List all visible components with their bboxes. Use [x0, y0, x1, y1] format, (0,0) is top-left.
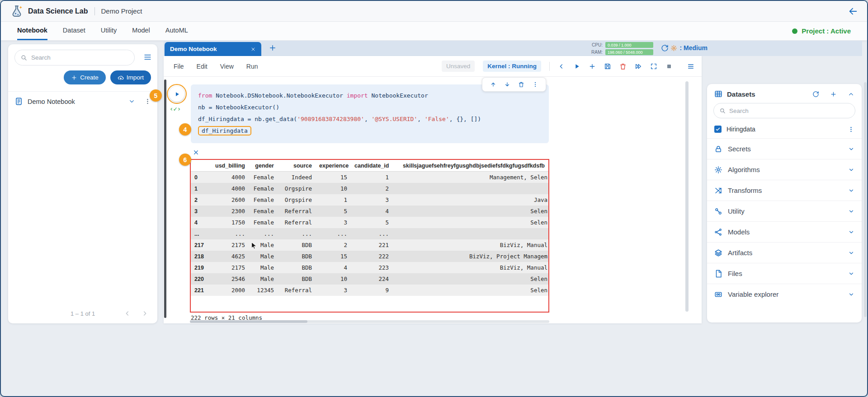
notebook-vertical-scrollbar[interactable]	[685, 81, 689, 312]
sidebar-section-artifacts[interactable]: Artifacts	[707, 242, 862, 263]
notebook-item-options-icon[interactable]	[144, 98, 151, 105]
stop-kernel-icon[interactable]	[665, 63, 673, 70]
table-cell: Referral	[278, 217, 316, 228]
create-button[interactable]: Create	[64, 70, 106, 84]
notebook-search-input[interactable]: Search	[14, 50, 135, 65]
sidebar-section-files[interactable]: Files	[707, 263, 862, 284]
annotation-step-4: 4	[179, 123, 191, 135]
table-row: 22600FemaleOrgspire13Java	[191, 194, 548, 206]
dataset-item-label: Hiringdata	[726, 126, 843, 133]
table-cell: 222	[351, 251, 392, 262]
table-cell: Referral	[278, 206, 316, 217]
output-horizontal-scrollbar[interactable]	[190, 320, 549, 323]
menu-file[interactable]: File	[174, 63, 184, 70]
tab-utility[interactable]: Utility	[101, 22, 117, 40]
dataset-search-input[interactable]: Search	[713, 103, 855, 118]
back-arrow-icon[interactable]	[848, 6, 858, 16]
dataset-options-icon[interactable]	[848, 126, 854, 133]
code-token: ,	[364, 116, 372, 122]
table-row: 04000FemaleIndeed151Management, Selen	[191, 172, 548, 183]
table-cell	[392, 183, 548, 194]
fullscreen-icon[interactable]	[650, 63, 657, 70]
tab-automl[interactable]: AutoML	[165, 22, 188, 40]
dataset-checkbox[interactable]	[714, 126, 722, 133]
import-button[interactable]: Import	[110, 70, 151, 84]
menu-run[interactable]: Run	[246, 63, 258, 70]
sidebar-section-models[interactable]: Models	[707, 221, 862, 242]
variable-explorer-icon	[714, 290, 722, 299]
datasets-icon	[714, 90, 722, 98]
chevron-down-icon	[848, 229, 854, 235]
resource-level[interactable]: : Medium	[670, 44, 708, 51]
code-cell[interactable]: from Notebook.DSNotebook.NotebookExecuto…	[191, 84, 549, 143]
close-output-icon[interactable]	[193, 149, 199, 156]
dataset-list-item[interactable]: Hiringdata	[707, 123, 862, 138]
resources-panel: Datasets Search Hiringdata Secrets Algor…	[707, 84, 862, 322]
run-all-icon[interactable]	[635, 63, 642, 70]
notebook-menu-icon[interactable]	[687, 63, 694, 70]
column-header: source	[278, 160, 316, 172]
notebook-list-item[interactable]: Demo Notebook	[8, 91, 157, 111]
cell-gutter-scrollbar[interactable]	[164, 79, 166, 318]
refresh-resources-icon[interactable]	[661, 44, 669, 52]
table-cell: 4000	[211, 183, 249, 194]
table-cell: 10	[316, 273, 351, 285]
table-cell: BizViz, Manual	[392, 239, 548, 251]
sidebar-menu-icon[interactable]	[143, 53, 152, 61]
refresh-datasets-icon[interactable]	[812, 91, 819, 98]
delete-cell-icon[interactable]	[518, 81, 524, 88]
cell-run-button[interactable]	[169, 86, 184, 102]
menu-view[interactable]: View	[220, 63, 234, 70]
table-row: 2202546MaleBDB10224Selen	[191, 273, 548, 285]
collapse-panel-icon[interactable]	[558, 63, 565, 70]
pagination-next-icon[interactable]	[141, 310, 148, 317]
sidebar-section-secrets[interactable]: Secrets	[707, 138, 862, 159]
code-line[interactable]: df_Hiringdata	[198, 125, 542, 137]
sidebar-section-variable-explorer[interactable]: Variable explorer	[707, 284, 862, 304]
window-vertical-scrollbar[interactable]	[864, 82, 867, 317]
section-label: Utility	[728, 207, 843, 215]
sidebar-section-algorithms[interactable]: Algorithms	[707, 159, 862, 180]
code-token: ,	[417, 116, 425, 122]
column-header: skillsjaguefsehfreyfgusghdbjsediefsfdkgf…	[392, 160, 548, 172]
cell-options-icon[interactable]	[532, 81, 538, 88]
new-tab-icon[interactable]	[269, 44, 277, 52]
table-row: ..................	[191, 228, 548, 239]
collapse-datasets-icon[interactable]	[848, 91, 854, 98]
move-cell-up-icon[interactable]	[490, 81, 496, 88]
table-cell: Female	[249, 206, 278, 217]
move-cell-down-icon[interactable]	[504, 81, 510, 88]
delete-cell-icon[interactable]	[619, 63, 627, 70]
code-line[interactable]: nb = NotebookExecutor()	[198, 102, 542, 113]
topbar: Data Science Lab Demo Project	[1, 1, 867, 22]
table-cell: 3	[351, 194, 392, 206]
code-line[interactable]: df_Hiringdata = nb.get_data('90891683874…	[198, 113, 542, 125]
add-cell-icon[interactable]	[589, 63, 596, 70]
sidebar-section-utility[interactable]: Utility	[707, 201, 862, 221]
tab-dataset[interactable]: Dataset	[63, 22, 85, 40]
table-row: 14000FemaleOrgspire102	[191, 183, 548, 194]
menu-edit[interactable]: Edit	[197, 63, 208, 70]
column-header: usd_billing	[211, 160, 249, 172]
section-label: Transforms	[728, 187, 843, 194]
add-dataset-icon[interactable]	[830, 91, 837, 98]
table-cell: ...	[316, 228, 351, 239]
table-cell: 1750	[211, 217, 249, 228]
tab-notebook[interactable]: Notebook	[17, 22, 47, 40]
tab-model[interactable]: Model	[132, 22, 150, 40]
table-cell: 12345	[249, 285, 278, 296]
table-cell: 2175	[211, 239, 249, 251]
table-cell: Female	[249, 194, 278, 206]
row-index: 218	[191, 251, 211, 262]
pagination-prev-icon[interactable]	[124, 310, 131, 317]
chevron-down-icon[interactable]	[128, 98, 135, 105]
run-cell-icon[interactable]	[573, 63, 580, 70]
save-notebook-icon[interactable]	[604, 63, 611, 70]
files-icon	[714, 270, 722, 278]
close-tab-icon[interactable]	[250, 47, 256, 52]
kernel-status-badge: Kernel : Running	[483, 61, 541, 72]
chevron-down-icon	[848, 250, 854, 256]
notebook-tab[interactable]: Demo Notebook	[165, 42, 261, 56]
table-cell: Orgspire	[278, 183, 316, 194]
sidebar-section-transforms[interactable]: Transforms	[707, 180, 862, 201]
